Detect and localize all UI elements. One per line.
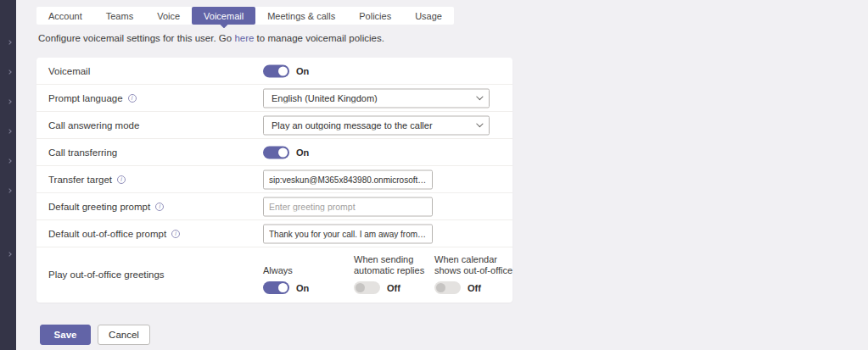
info-icon[interactable]: i (155, 203, 164, 211)
tab-meetings-and-calls[interactable]: Meetings & calls (255, 7, 347, 25)
description-text: Configure voicemail settings for this us… (38, 33, 234, 43)
toggle-state-label: Off (468, 283, 481, 293)
greeting-option-label: When calendar shows out-of-office (434, 254, 524, 276)
setting-label: Voicemail (48, 66, 90, 76)
user-settings-tabbar: Account Teams Voice Voicemail Meetings &… (36, 7, 454, 25)
chevron-right-icon (7, 158, 12, 164)
greeting-option-calendar-out-of-office: When calendar shows out-of-office Off (434, 254, 524, 294)
description-text: to manage voicemail policies. (254, 33, 384, 43)
call-transferring-toggle[interactable] (263, 146, 289, 158)
calendar-out-of-office-toggle[interactable] (434, 281, 461, 294)
chevron-right-icon (7, 129, 12, 134)
tab-usage[interactable]: Usage (403, 7, 454, 25)
setting-row-default-greeting-prompt: Default greeting prompt i (36, 193, 512, 220)
setting-label-text: Default out-of-office prompt (48, 229, 166, 239)
voicemail-settings-card: Voicemail On Prompt language i English (… (36, 58, 512, 303)
chevron-right-icon (7, 252, 12, 257)
setting-label-text: Prompt language (48, 93, 123, 103)
chevron-right-icon (7, 99, 12, 104)
info-icon[interactable]: i (171, 230, 180, 238)
select-value: Play an outgoing message to the caller (272, 120, 476, 131)
toggle-state-label: Off (387, 283, 400, 293)
chevron-right-icon (7, 40, 12, 45)
tab-account[interactable]: Account (36, 7, 94, 25)
tab-teams[interactable]: Teams (94, 7, 145, 25)
setting-row-prompt-language: Prompt language i English (United Kingdo… (36, 85, 512, 112)
voicemail-settings-page: Account Teams Voice Voicemail Meetings &… (0, 0, 868, 350)
setting-label: Call transferring (48, 147, 117, 158)
setting-label-text: Default greeting prompt (48, 202, 150, 212)
manage-policies-link[interactable]: here (234, 33, 254, 43)
setting-label: Prompt language i (48, 93, 137, 103)
info-icon[interactable]: i (117, 175, 126, 184)
setting-row-default-out-of-office-prompt: Default out-of-office prompt i (36, 220, 512, 247)
toggle-state-label: On (296, 66, 309, 76)
tab-voicemail[interactable]: Voicemail (192, 7, 255, 25)
selected-tab-notch (220, 20, 228, 29)
setting-row-call-transferring: Call transferring On (36, 139, 512, 166)
greeting-option-label: Always (263, 265, 309, 276)
save-button[interactable]: Save (40, 325, 91, 345)
toggle-knob (278, 147, 288, 157)
setting-label: Default out-of-office prompt i (48, 229, 180, 239)
tab-policies[interactable]: Policies (347, 7, 403, 25)
chevron-down-icon (476, 93, 483, 100)
setting-label-text: Transfer target (48, 175, 112, 185)
page-description: Configure voicemail settings for this us… (38, 33, 384, 43)
chevron-down-icon (476, 120, 483, 127)
default-out-of-office-prompt-input[interactable] (263, 224, 433, 243)
prompt-language-select[interactable]: English (United Kingdom) (263, 88, 490, 108)
toggle-knob (278, 66, 288, 75)
default-greeting-prompt-input[interactable] (263, 197, 433, 216)
cancel-button[interactable]: Cancel (98, 325, 150, 345)
voicemail-toggle[interactable] (263, 64, 289, 77)
setting-label: Default greeting prompt i (48, 202, 164, 212)
call-answering-mode-select[interactable]: Play an outgoing message to the caller (263, 115, 490, 135)
select-value: English (United Kingdom) (272, 93, 476, 103)
left-nav-rail (0, 0, 16, 350)
greeting-option-always: Always On (263, 265, 309, 294)
toggle-state-label: On (296, 147, 309, 158)
greeting-option-label: When sending automatic replies (354, 254, 439, 276)
info-icon[interactable]: i (128, 94, 137, 103)
setting-label: Call answering mode (48, 120, 139, 131)
toggle-knob (278, 283, 288, 292)
setting-label: Play out-of-office greetings (48, 269, 165, 280)
transfer-target-input[interactable] (263, 169, 433, 189)
chevron-right-icon (7, 69, 12, 75)
setting-row-call-answering-mode: Call answering mode Play an outgoing mes… (36, 112, 512, 139)
tab-voice[interactable]: Voice (145, 7, 192, 25)
always-toggle[interactable] (263, 281, 289, 294)
toggle-state-label: On (296, 283, 309, 293)
setting-label: Transfer target i (48, 175, 126, 185)
setting-row-play-out-of-office-greetings: Play out-of-office greetings Always On W… (36, 247, 512, 302)
toggle-knob (356, 283, 365, 292)
toggle-knob (436, 283, 445, 292)
automatic-replies-toggle[interactable] (354, 281, 380, 294)
chevron-right-icon (7, 188, 12, 193)
setting-row-voicemail: Voicemail On (36, 58, 512, 85)
greeting-option-automatic-replies: When sending automatic replies Off (354, 254, 439, 294)
setting-row-transfer-target: Transfer target i (36, 166, 512, 193)
